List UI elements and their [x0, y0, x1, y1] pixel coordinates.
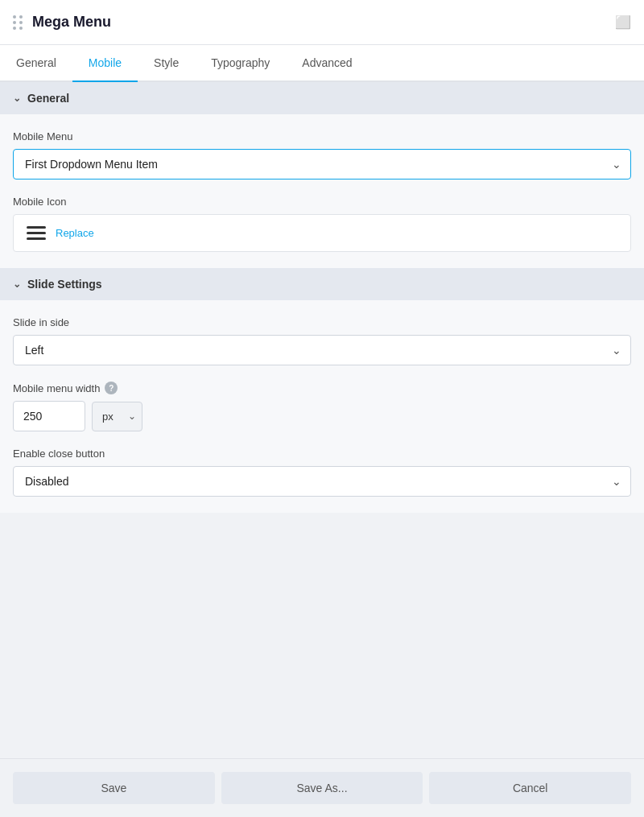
tab-style[interactable]: Style	[138, 45, 195, 82]
general-section-header[interactable]: ⌄ General	[0, 82, 644, 114]
slide-in-side-label: Slide in side	[13, 316, 631, 328]
mobile-menu-select-wrapper: First Dropdown Menu Item Second Menu Ite…	[13, 149, 631, 179]
general-section-body: Mobile Menu First Dropdown Menu Item Sec…	[0, 114, 644, 268]
mobile-icon-label: Mobile Icon	[13, 196, 631, 208]
mobile-menu-width-input-row: px em % ⌄	[13, 401, 631, 431]
mobile-menu-width-field-group: Mobile menu width ? px em % ⌄	[13, 382, 631, 431]
mobile-menu-width-label: Mobile menu width ?	[13, 382, 631, 394]
slide-settings-section-body: Slide in side Left Right ⌄ Mobile menu w…	[0, 300, 644, 513]
mobile-menu-field-group: Mobile Menu First Dropdown Menu Item Sec…	[13, 130, 631, 179]
enable-close-button-select[interactable]: Disabled Enabled	[13, 466, 631, 497]
header: Mega Menu ⬜	[0, 0, 644, 45]
mobile-menu-label: Mobile Menu	[13, 130, 631, 142]
tab-mobile[interactable]: Mobile	[72, 45, 138, 82]
enable-close-button-field-group: Enable close button Disabled Enabled ⌄	[13, 448, 631, 497]
slide-settings-chevron-icon: ⌄	[13, 279, 21, 290]
window-toggle-icon[interactable]: ⬜	[615, 14, 631, 30]
slide-in-side-field-group: Slide in side Left Right ⌄	[13, 316, 631, 365]
unit-select-wrapper: px em % ⌄	[92, 402, 142, 431]
slide-settings-section-header[interactable]: ⌄ Slide Settings	[0, 268, 644, 300]
tabs-bar: General Mobile Style Typography Advanced	[0, 45, 644, 82]
content-area: ⌄ General Mobile Menu First Dropdown Men…	[0, 82, 644, 758]
save-as-button[interactable]: Save As...	[221, 772, 423, 804]
save-button[interactable]: Save	[13, 772, 215, 804]
mobile-icon-field-group: Mobile Icon Replace	[13, 196, 631, 252]
panel-title: Mega Menu	[32, 14, 111, 31]
tab-general[interactable]: General	[0, 45, 72, 82]
slide-in-side-select[interactable]: Left Right	[13, 335, 631, 365]
tab-advanced[interactable]: Advanced	[286, 45, 368, 82]
tab-typography[interactable]: Typography	[195, 45, 286, 82]
enable-close-button-label: Enable close button	[13, 448, 631, 460]
general-section-label: General	[27, 92, 69, 105]
slide-in-side-select-wrapper: Left Right ⌄	[13, 335, 631, 365]
mobile-menu-width-input[interactable]	[13, 401, 85, 431]
slide-settings-section-label: Slide Settings	[27, 278, 102, 291]
footer: Save Save As... Cancel	[0, 758, 644, 817]
unit-select[interactable]: px em %	[92, 402, 142, 431]
enable-close-button-select-wrapper: Disabled Enabled ⌄	[13, 466, 631, 497]
mobile-menu-width-help-icon[interactable]: ?	[105, 382, 118, 394]
general-chevron-icon: ⌄	[13, 93, 21, 104]
replace-icon-link[interactable]: Replace	[56, 227, 94, 239]
drag-handle-icon[interactable]	[13, 15, 23, 30]
mobile-icon-box: Replace	[13, 214, 631, 252]
hamburger-icon	[27, 226, 46, 240]
cancel-button[interactable]: Cancel	[429, 772, 631, 804]
header-left: Mega Menu	[13, 14, 111, 31]
mobile-menu-select[interactable]: First Dropdown Menu Item Second Menu Ite…	[13, 149, 631, 179]
